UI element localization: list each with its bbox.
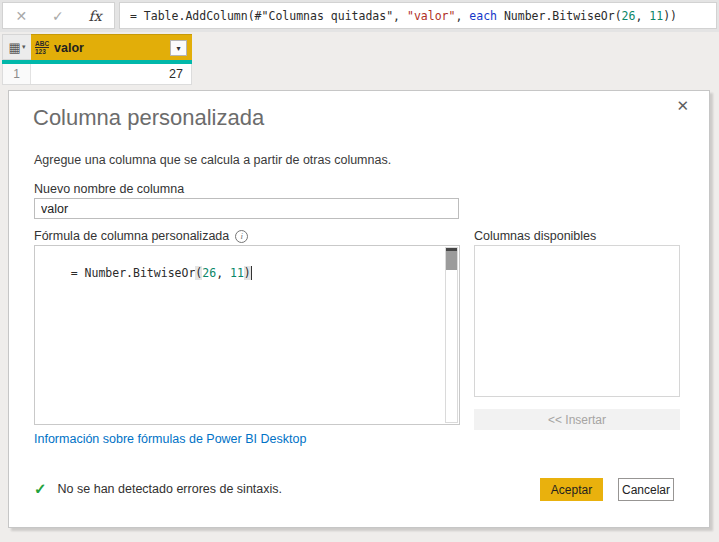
new-column-name-label: Nuevo nombre de columna [34, 182, 184, 196]
column-name: valor [54, 41, 84, 55]
table-header-row: ▦ ▾ ABC 123 valor ▾ [2, 34, 192, 60]
power-query-editor: { "formula_bar": { "cancel_icon": "✕", "… [0, 0, 719, 542]
syntax-status: ✓ No se han detectado errores de sintaxi… [34, 480, 282, 498]
row-number: 1 [3, 64, 31, 84]
available-columns-label: Columnas disponibles [474, 229, 596, 243]
fx-icon[interactable]: fx [89, 8, 102, 24]
available-columns-listbox[interactable] [474, 245, 680, 397]
formula-bar-buttons: ✕ ✓ fx [2, 2, 115, 29]
table-row[interactable]: 1 27 [2, 64, 192, 85]
column-type-icon: ABC 123 [35, 40, 49, 54]
formula-bar-input[interactable]: = Table.AddColumn(#"Columnas quitadas", … [119, 2, 717, 29]
dialog-subtitle: Agregue una columna que se calcula a par… [34, 153, 391, 167]
cancel-entry-icon[interactable]: ✕ [15, 8, 27, 24]
scrollbar-thumb[interactable] [446, 248, 457, 270]
table-select-all-button[interactable]: ▦ ▾ [2, 34, 31, 60]
commit-entry-icon[interactable]: ✓ [52, 8, 64, 24]
column-filter-button[interactable]: ▾ [170, 40, 187, 56]
custom-formula-label: Fórmula de columna personalizada i [34, 229, 248, 243]
cell-value[interactable]: 27 [31, 64, 191, 84]
cancel-button[interactable]: Cancelar [618, 478, 674, 501]
accept-button[interactable]: Aceptar [540, 478, 603, 501]
custom-column-dialog: ✕ Columna personalizada Agregue una colu… [8, 90, 710, 528]
filter-arrow-icon: ▾ [176, 44, 180, 53]
table-preview: ▦ ▾ ABC 123 valor ▾ 1 27 [2, 34, 192, 85]
dialog-title: Columna personalizada [33, 105, 264, 131]
column-header-valor[interactable]: ABC 123 valor ▾ [31, 34, 192, 60]
table-grid-icon: ▦ [9, 41, 21, 54]
formula-editor-scrollbar[interactable] [445, 247, 458, 423]
syntax-status-text: No se han detectado errores de sintaxis. [58, 482, 282, 496]
close-icon[interactable]: ✕ [676, 97, 689, 115]
insert-button[interactable]: << Insertar [474, 409, 680, 430]
new-column-name-input[interactable] [34, 198, 459, 219]
check-icon: ✓ [34, 480, 47, 498]
info-icon[interactable]: i [235, 230, 248, 243]
formula-bar: ✕ ✓ fx = Table.AddColumn(#"Columnas quit… [0, 0, 719, 32]
chevron-down-icon: ▾ [22, 43, 26, 51]
formulas-help-link[interactable]: Información sobre fórmulas de Power BI D… [34, 432, 306, 446]
formula-editor[interactable]: = Number.BitwiseOr(26, 11) [34, 245, 460, 425]
